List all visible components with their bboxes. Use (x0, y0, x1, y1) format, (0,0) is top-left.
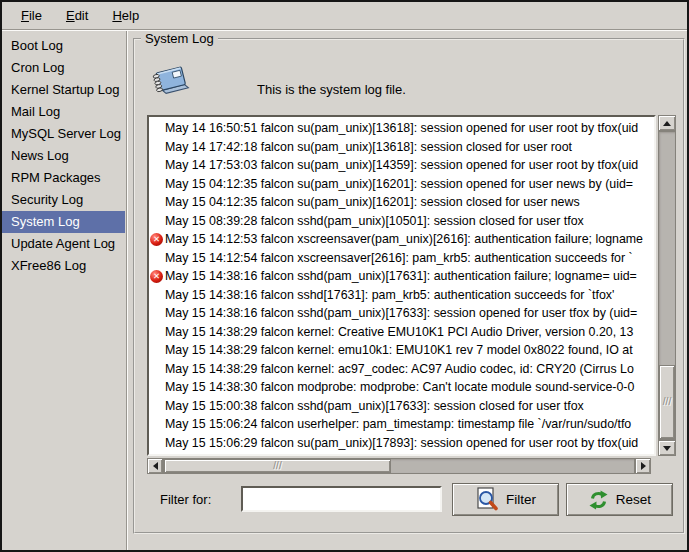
sidebar-item-rpm-packages[interactable]: RPM Packages (2, 167, 125, 189)
log-row[interactable]: May 15 15:06:24 falcon userhelper: pam_t… (149, 415, 654, 434)
log-row[interactable]: May 14 17:42:18 falcon su(pam_unix)[1361… (149, 138, 654, 157)
log-row[interactable]: May 15 14:38:29 falcon kernel: Creative … (149, 323, 654, 342)
left-arrow-icon (153, 462, 158, 470)
log-row[interactable]: May 15 04:12:35 falcon su(pam_unix)[1620… (149, 193, 654, 212)
log-row-error[interactable]: May 15 14:12:53 falcon xscreensaver(pam_… (149, 230, 654, 249)
pane-separator (126, 31, 128, 550)
filter-button[interactable]: Filter (452, 483, 559, 516)
menu-edit[interactable]: Edit (54, 4, 100, 27)
sidebar-item-xfree86-log[interactable]: XFree86 Log (2, 255, 125, 277)
sidebar-item-system-log[interactable]: System Log (2, 211, 125, 233)
log-row[interactable]: May 15 14:12:54 falcon xscreensaver[2616… (149, 249, 654, 268)
menu-file[interactable]: File (9, 4, 54, 27)
horizontal-scrollbar-thumb[interactable]: /// (164, 459, 391, 473)
sidebar-item-news-log[interactable]: News Log (2, 145, 125, 167)
sidebar-item-cron-log[interactable]: Cron Log (2, 57, 125, 79)
scroll-up-button[interactable] (658, 115, 676, 131)
log-row[interactable]: May 15 14:38:16 falcon sshd[17631]: pam_… (149, 286, 654, 305)
scroll-left-button[interactable] (147, 458, 163, 474)
log-row[interactable]: May 14 17:53:03 falcon su(pam_unix)[1435… (149, 156, 654, 175)
log-row[interactable]: May 15 04:12:35 falcon su(pam_unix)[1620… (149, 175, 654, 194)
log-content-list[interactable]: May 14 16:50:51 falcon su(pam_unix)[1361… (147, 115, 656, 456)
vertical-scrollbar-thumb[interactable]: /// (659, 365, 675, 439)
log-row-error[interactable]: May 15 14:38:16 falcon sshd(pam_unix)[17… (149, 267, 654, 286)
system-log-groupbox: System Log This is the system log file. (133, 38, 685, 534)
log-viewer-window: File Edit Help Boot Log Cron Log Kernel … (0, 0, 689, 552)
scroll-down-button[interactable] (658, 440, 676, 456)
log-row[interactable]: May 15 14:38:29 falcon kernel: emu10k1: … (149, 341, 654, 360)
log-row[interactable]: May 15 08:39:28 falcon sshd(pam_unix)[10… (149, 212, 654, 231)
filter-input[interactable] (241, 486, 442, 512)
sidebar-item-mysql-server-log[interactable]: MySQL Server Log (2, 123, 125, 145)
horizontal-scrollbar-trough[interactable]: /// (163, 458, 635, 474)
groupbox-title: System Log (141, 31, 218, 46)
log-row[interactable]: May 14 16:50:51 falcon su(pam_unix)[1361… (149, 119, 654, 138)
sidebar-item-security-log[interactable]: Security Log (2, 189, 125, 211)
vertical-scrollbar[interactable]: /// (658, 115, 676, 456)
log-row[interactable]: May 15 14:38:16 falcon sshd(pam_unix)[17… (149, 304, 654, 323)
sidebar-item-update-agent-log[interactable]: Update Agent Log (2, 233, 125, 255)
log-description: This is the system log file. (257, 82, 406, 97)
error-icon (150, 233, 163, 246)
book-icon (149, 60, 191, 100)
log-row[interactable]: May 15 14:38:29 falcon kernel: ac97_code… (149, 360, 654, 379)
menu-help[interactable]: Help (100, 4, 151, 27)
sidebar-item-boot-log[interactable]: Boot Log (2, 35, 125, 57)
sidebar-item-mail-log[interactable]: Mail Log (2, 101, 125, 123)
menu-separator (2, 29, 687, 31)
search-document-icon (475, 487, 499, 513)
scroll-right-button[interactable] (635, 458, 651, 474)
filter-button-label: Filter (506, 492, 536, 507)
refresh-icon (588, 490, 609, 510)
log-row[interactable]: May 15 15:00:38 falcon sshd(pam_unix)[17… (149, 397, 654, 416)
vertical-scrollbar-trough[interactable]: /// (658, 131, 676, 440)
reset-button[interactable]: Reset (566, 483, 673, 516)
reset-button-label: Reset (616, 492, 651, 507)
thumb-grip: /// (273, 461, 281, 471)
up-arrow-icon (663, 121, 671, 126)
log-row[interactable]: May 15 15:06:29 falcon su(pam_unix)[1789… (149, 434, 654, 453)
down-arrow-icon (663, 446, 671, 451)
thumb-grip: /// (663, 397, 671, 407)
error-icon (150, 270, 163, 283)
horizontal-scrollbar[interactable]: /// (147, 458, 651, 474)
log-row[interactable]: May 15 14:38:30 falcon modprobe: modprob… (149, 378, 654, 397)
filter-label: Filter for: (160, 492, 211, 507)
menu-bar: File Edit Help (2, 2, 687, 29)
sidebar-item-kernel-startup-log[interactable]: Kernel Startup Log (2, 79, 125, 101)
right-arrow-icon (641, 462, 646, 470)
log-list-sidebar: Boot Log Cron Log Kernel Startup Log Mai… (2, 32, 125, 550)
